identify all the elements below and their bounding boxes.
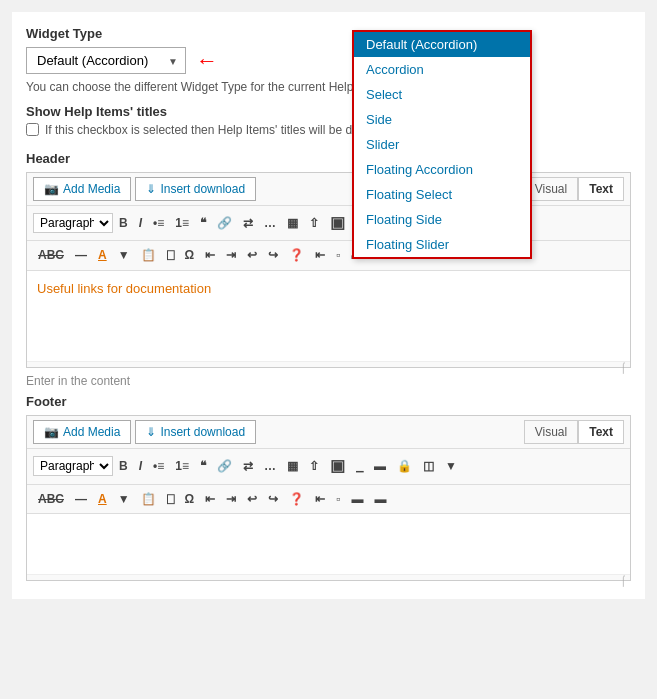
- header-toolbar3-btn[interactable]: ▦: [282, 213, 303, 234]
- footer-outdent-btn[interactable]: ⇥: [221, 489, 241, 510]
- footer-help-btn[interactable]: ❓: [284, 489, 309, 510]
- footer-clear-btn[interactable]: ⎕: [162, 489, 179, 510]
- dropdown-option-accordion[interactable]: Accordion: [354, 57, 530, 82]
- header-link-btn[interactable]: 🔗: [212, 213, 237, 234]
- header-alignleft-btn[interactable]: ⇤: [310, 245, 330, 266]
- header-insert-download-button[interactable]: ⇓ Insert download: [135, 177, 256, 201]
- footer-toolbar3-btn[interactable]: ▦: [282, 456, 303, 477]
- footer-align-btn[interactable]: ⇄: [238, 456, 258, 477]
- footer-italic-btn[interactable]: I: [134, 456, 147, 477]
- footer-editor-buttons: 📷 Add Media ⇓ Insert download: [33, 420, 256, 444]
- header-label: Header: [26, 151, 631, 166]
- footer-table-btn[interactable]: ◫: [418, 456, 439, 477]
- dropdown-popup: Default (Accordion) Accordion Select Sid…: [352, 30, 532, 259]
- header-toolbar-row2: ABC — A ▼ 📋 ⎕ Ω ⇤ ⇥ ↩ ↪ ❓ ⇤ ▫ ▬ ▬: [27, 241, 630, 271]
- header-bold-btn[interactable]: B: [114, 213, 133, 234]
- footer-insert-download-icon: ⇓: [146, 425, 156, 439]
- editor-resize-handle[interactable]: ⌠: [27, 361, 630, 367]
- footer-paste-btn[interactable]: 📋: [136, 489, 161, 510]
- insert-download-icon: ⇓: [146, 182, 156, 196]
- widget-type-row: Default (Accordion) Accordion Select Sid…: [26, 47, 631, 74]
- header-editor-content[interactable]: Useful links for documentation: [27, 271, 630, 361]
- dropdown-option-slider[interactable]: Slider: [354, 132, 530, 157]
- header-aligncenter-btn[interactable]: ▫: [331, 245, 345, 266]
- dropdown-option-select[interactable]: Select: [354, 82, 530, 107]
- footer-link-btn[interactable]: 🔗: [212, 456, 237, 477]
- footer-color-dropdown-btn[interactable]: ▼: [113, 489, 135, 510]
- header-text-tab[interactable]: Text: [578, 177, 624, 201]
- header-redo-btn[interactable]: ↪: [263, 245, 283, 266]
- footer-add-btn[interactable]: ⇧: [304, 456, 324, 477]
- footer-alignleft-btn[interactable]: ⇤: [310, 489, 330, 510]
- footer-undo-btn[interactable]: ↩: [242, 489, 262, 510]
- widget-type-dropdown[interactable]: Default (Accordion) Accordion Select Sid…: [26, 47, 186, 74]
- dropdown-option-floating-select[interactable]: Floating Select: [354, 182, 530, 207]
- header-toolbar-row1: Paragraph Heading 1 Heading 2 Heading 3 …: [27, 206, 630, 241]
- header-paste-btn[interactable]: 📋: [136, 245, 161, 266]
- footer-editor-content[interactable]: [27, 514, 630, 574]
- footer-add-media-button[interactable]: 📷 Add Media: [33, 420, 131, 444]
- footer-ul-btn[interactable]: •≡: [148, 456, 169, 477]
- dropdown-option-side[interactable]: Side: [354, 107, 530, 132]
- footer-bold-btn[interactable]: B: [114, 456, 133, 477]
- footer-strikethrough-btn[interactable]: ABC: [33, 489, 69, 510]
- widget-type-label: Widget Type: [26, 26, 631, 41]
- header-view-tabs: Visual Text: [524, 177, 624, 201]
- dropdown-option-floating-slider[interactable]: Floating Slider: [354, 232, 530, 257]
- footer-editor-resize-handle[interactable]: ⌠: [27, 574, 630, 580]
- header-fontcolor-btn[interactable]: A: [93, 245, 112, 266]
- header-hr2-btn[interactable]: —: [70, 245, 92, 266]
- footer-indent-btn[interactable]: ⇤: [200, 489, 220, 510]
- footer-fontcolor-btn[interactable]: A: [93, 489, 112, 510]
- footer-blockquote-btn[interactable]: ❝: [195, 456, 211, 477]
- footer-toolbar-row2: ABC — A ▼ 📋 ⎕ Ω ⇤ ⇥ ↩ ↪ ❓ ⇤ ▫ ▬ ▬: [27, 485, 630, 515]
- header-color-grid-btn[interactable]: ▣: [325, 210, 350, 236]
- header-readmore-btn[interactable]: …: [259, 213, 281, 234]
- footer-table-dropdown-btn[interactable]: ▼: [440, 456, 462, 477]
- footer-redo-btn[interactable]: ↪: [263, 489, 283, 510]
- header-indent-btn[interactable]: ⇤: [200, 245, 220, 266]
- show-titles-row: If this checkbox is selected then Help I…: [26, 123, 631, 137]
- header-italic-btn[interactable]: I: [134, 213, 147, 234]
- footer-label: Footer: [26, 394, 631, 409]
- footer-hr2-btn[interactable]: —: [70, 489, 92, 510]
- header-outdent-btn[interactable]: ⇥: [221, 245, 241, 266]
- editor-link[interactable]: Useful links for documentation: [37, 281, 211, 296]
- footer-omega-btn[interactable]: Ω: [180, 489, 200, 510]
- header-editor-topbar: 📷 Add Media ⇓ Insert download Visual Tex…: [27, 173, 630, 206]
- dropdown-option-floating-accordion[interactable]: Floating Accordion: [354, 157, 530, 182]
- dropdown-option-floating-side[interactable]: Floating Side: [354, 207, 530, 232]
- footer-hr-btn[interactable]: ⎯: [351, 456, 368, 477]
- footer-lock-btn[interactable]: 🔒: [392, 456, 417, 477]
- header-ol-btn[interactable]: 1≡: [170, 213, 194, 234]
- header-add-media-button[interactable]: 📷 Add Media: [33, 177, 131, 201]
- header-paragraph-select[interactable]: Paragraph Heading 1 Heading 2 Heading 3 …: [33, 213, 113, 233]
- footer-color-grid-btn[interactable]: ▣: [325, 453, 350, 479]
- footer-paragraph-select[interactable]: Paragraph Heading 1 Heading 2: [33, 456, 113, 476]
- footer-readmore-btn[interactable]: …: [259, 456, 281, 477]
- dropdown-option-default[interactable]: Default (Accordion): [354, 32, 530, 57]
- header-color-dropdown-btn[interactable]: ▼: [113, 245, 135, 266]
- footer-alignjustify-btn[interactable]: ▬: [369, 489, 391, 510]
- header-blockquote-btn[interactable]: ❝: [195, 213, 211, 234]
- footer-editor-topbar: 📷 Add Media ⇓ Insert download Visual Tex…: [27, 416, 630, 449]
- footer-insert-download-button[interactable]: ⇓ Insert download: [135, 420, 256, 444]
- header-clear-btn[interactable]: ⎕: [162, 245, 179, 266]
- add-media-icon: 📷: [44, 182, 59, 196]
- header-align-btn[interactable]: ⇄: [238, 213, 258, 234]
- footer-text-tab[interactable]: Text: [578, 420, 624, 444]
- footer-toolbar-row1: Paragraph Heading 1 Heading 2 B I •≡ 1≡ …: [27, 449, 630, 484]
- header-undo-btn[interactable]: ↩: [242, 245, 262, 266]
- footer-layout-btn[interactable]: ▬: [369, 456, 391, 477]
- footer-aligncenter-btn[interactable]: ▫: [331, 489, 345, 510]
- footer-alignright-btn[interactable]: ▬: [346, 489, 368, 510]
- header-help-btn[interactable]: ❓: [284, 245, 309, 266]
- footer-ol-btn[interactable]: 1≡: [170, 456, 194, 477]
- footer-visual-tab[interactable]: Visual: [524, 420, 578, 444]
- header-ul-btn[interactable]: •≡: [148, 213, 169, 234]
- header-strikethrough-btn[interactable]: ABC: [33, 245, 69, 266]
- show-titles-label: Show Help Items' titles: [26, 104, 631, 119]
- header-add-btn[interactable]: ⇧: [304, 213, 324, 234]
- header-omega-btn[interactable]: Ω: [180, 245, 200, 266]
- show-titles-checkbox[interactable]: [26, 123, 39, 136]
